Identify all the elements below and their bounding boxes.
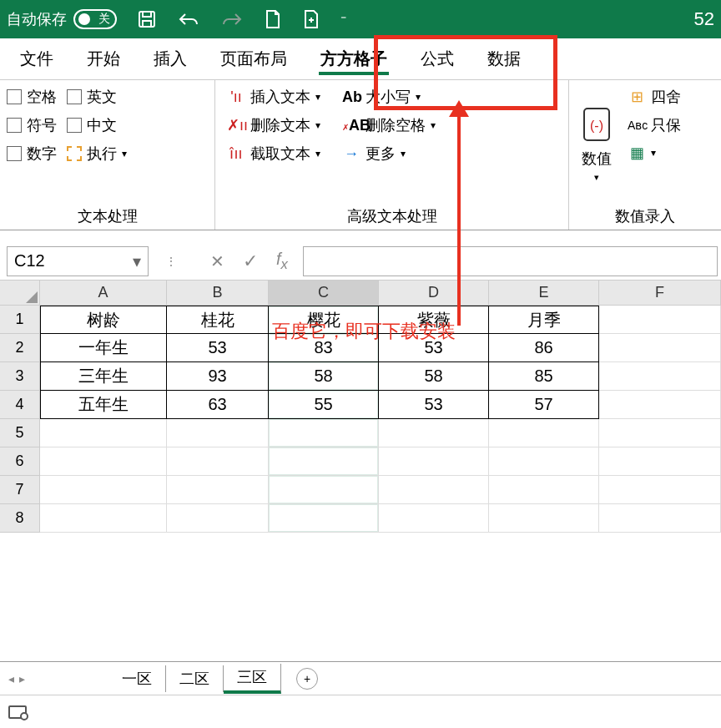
tab-layout[interactable]: 页面布局 (204, 38, 304, 80)
cmd-insert-text[interactable]: 'ıı插入文本▾ (227, 87, 320, 107)
sheet-tab-2[interactable]: 二区 (166, 665, 224, 692)
cell[interactable] (489, 419, 599, 447)
tab-file[interactable]: 文件 (3, 38, 70, 80)
cell[interactable]: 58 (269, 362, 379, 391)
cell[interactable] (40, 419, 167, 447)
cell[interactable]: 58 (379, 362, 489, 391)
cell[interactable]: 五年生 (40, 391, 167, 419)
cell[interactable] (599, 504, 721, 533)
cmd-case[interactable]: Ab大小写▾ (342, 87, 436, 107)
chk-english[interactable]: 英文 (67, 87, 127, 107)
sheet-tab-3[interactable]: 三区 (224, 664, 281, 694)
row-header[interactable]: 1 (0, 306, 40, 334)
tab-formula[interactable]: 公式 (404, 38, 471, 80)
cmd-extract-text[interactable]: ı̂ıı截取文本▾ (227, 144, 320, 164)
cell[interactable]: 树龄 (40, 306, 167, 334)
autosave-toggle[interactable]: 关 (73, 9, 117, 29)
cell[interactable] (269, 419, 379, 447)
cell[interactable]: 三年生 (40, 362, 167, 391)
cell[interactable] (379, 504, 489, 533)
cell[interactable]: 桂花 (167, 306, 269, 334)
record-macro-icon[interactable] (8, 705, 27, 719)
row-header[interactable]: 7 (0, 476, 40, 504)
tab-data[interactable]: 数据 (471, 38, 537, 80)
cell[interactable] (489, 476, 599, 504)
chk-number[interactable]: 数字 (7, 144, 57, 164)
btn-numeric[interactable]: (-) 数值 ▾ (572, 87, 621, 201)
cell[interactable]: 63 (167, 391, 269, 419)
cell[interactable]: 53 (167, 334, 269, 362)
cell[interactable]: 93 (167, 362, 269, 391)
cell[interactable]: 83 (269, 334, 379, 362)
cell[interactable] (269, 504, 379, 533)
add-sheet-button[interactable]: + (296, 668, 318, 690)
cell[interactable] (599, 362, 721, 391)
cell[interactable]: 85 (489, 362, 599, 391)
cmd-keep[interactable]: Aʙc只保 (628, 115, 681, 135)
save-icon[interactable] (137, 9, 157, 29)
cancel-icon[interactable]: ✕ (210, 251, 224, 271)
cell[interactable] (379, 476, 489, 504)
col-header-D[interactable]: D (379, 281, 489, 306)
cell[interactable] (269, 476, 379, 504)
cell[interactable] (599, 476, 721, 504)
undo-icon[interactable] (177, 11, 200, 28)
chevron-down-icon[interactable]: ▾ (133, 251, 141, 271)
sheet-tab-1[interactable]: 一区 (108, 665, 166, 692)
redo-icon[interactable] (220, 11, 244, 28)
chk-chinese[interactable]: 中文 (67, 115, 127, 135)
tab-insert[interactable]: 插入 (137, 38, 204, 80)
file-new-icon[interactable] (302, 9, 320, 29)
btn-execute[interactable]: 执行▾ (67, 144, 127, 164)
cell[interactable] (40, 504, 167, 533)
col-header-C[interactable]: C (269, 281, 379, 306)
cmd-delete-space[interactable]: ✗AB删除空格▾ (342, 115, 436, 135)
col-header-F[interactable]: F (599, 281, 721, 306)
cell[interactable] (599, 334, 721, 362)
cell[interactable] (167, 419, 269, 447)
cell[interactable] (599, 391, 721, 419)
sheet-nav-prev-icon[interactable]: ◂ (8, 672, 14, 685)
cell[interactable] (40, 476, 167, 504)
sheet-nav-next-icon[interactable]: ▸ (19, 672, 25, 685)
qat-overflow-icon[interactable]: ⁼ (340, 13, 346, 26)
cell[interactable]: 紫薇 (379, 306, 489, 334)
cell[interactable]: 一年生 (40, 334, 167, 362)
cmd-more[interactable]: →更多▾ (342, 144, 436, 164)
cell[interactable]: 55 (269, 391, 379, 419)
formula-input[interactable] (303, 246, 718, 276)
select-all-corner[interactable] (0, 281, 40, 306)
name-box[interactable]: C12 ▾ (7, 246, 149, 276)
cell[interactable]: 月季 (489, 306, 599, 334)
cmd-extra[interactable]: ▦▾ (628, 144, 681, 162)
tab-ffgz[interactable]: 方方格子 (304, 38, 404, 80)
cell[interactable] (599, 306, 721, 334)
cell[interactable] (167, 476, 269, 504)
row-header[interactable]: 5 (0, 419, 40, 447)
cell[interactable] (379, 447, 489, 476)
cell[interactable] (167, 504, 269, 533)
row-header[interactable]: 3 (0, 362, 40, 391)
cell[interactable] (40, 447, 167, 476)
cell[interactable]: 53 (379, 334, 489, 362)
file-icon[interactable] (264, 9, 282, 29)
enter-icon[interactable]: ✓ (243, 250, 258, 272)
row-header[interactable]: 8 (0, 504, 40, 533)
cell[interactable] (489, 504, 599, 533)
cell[interactable]: 86 (489, 334, 599, 362)
tab-home[interactable]: 开始 (70, 38, 137, 80)
cell[interactable] (489, 447, 599, 476)
cell[interactable] (379, 419, 489, 447)
row-header[interactable]: 2 (0, 334, 40, 362)
cell[interactable] (269, 447, 379, 476)
autosave[interactable]: 自动保存 关 (7, 9, 117, 29)
col-header-A[interactable]: A (40, 281, 167, 306)
cell[interactable] (167, 447, 269, 476)
col-header-E[interactable]: E (489, 281, 599, 306)
cell[interactable] (599, 419, 721, 447)
cmd-round[interactable]: ⊞四舍 (628, 87, 681, 107)
row-header[interactable]: 6 (0, 447, 40, 476)
cell[interactable]: 57 (489, 391, 599, 419)
chk-space[interactable]: 空格 (7, 87, 57, 107)
cell[interactable] (599, 447, 721, 476)
